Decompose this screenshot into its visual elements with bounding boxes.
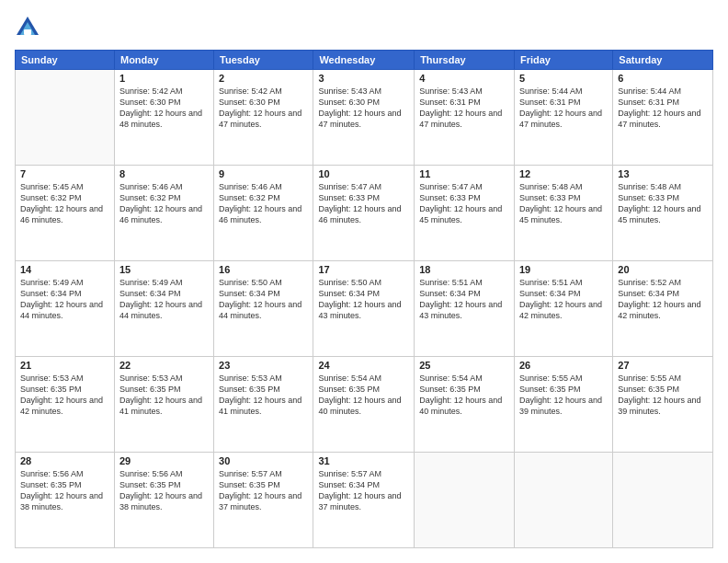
day-cell: 20Sunrise: 5:52 AMSunset: 6:34 PMDayligh… — [613, 261, 713, 357]
day-number: 24 — [318, 360, 409, 371]
day-cell: 14Sunrise: 5:49 AMSunset: 6:34 PMDayligh… — [16, 261, 115, 357]
day-number: 7 — [20, 168, 109, 179]
header — [15, 15, 713, 40]
day-number: 28 — [20, 455, 109, 466]
day-info: Sunrise: 5:45 AMSunset: 6:32 PMDaylight:… — [20, 181, 109, 226]
day-info: Sunrise: 5:50 AMSunset: 6:34 PMDaylight:… — [318, 277, 409, 322]
day-number: 18 — [419, 264, 509, 275]
day-info: Sunrise: 5:46 AMSunset: 6:32 PMDaylight:… — [119, 181, 209, 226]
day-number: 22 — [119, 360, 209, 371]
day-info: Sunrise: 5:50 AMSunset: 6:34 PMDaylight:… — [219, 277, 308, 322]
day-cell — [613, 453, 713, 548]
day-number: 3 — [318, 73, 409, 84]
day-cell: 7Sunrise: 5:45 AMSunset: 6:32 PMDaylight… — [16, 166, 115, 261]
day-info: Sunrise: 5:47 AMSunset: 6:33 PMDaylight:… — [419, 181, 509, 226]
day-info: Sunrise: 5:43 AMSunset: 6:31 PMDaylight:… — [419, 86, 509, 131]
day-info: Sunrise: 5:56 AMSunset: 6:35 PMDaylight:… — [119, 468, 209, 513]
day-number: 25 — [419, 360, 509, 371]
logo-icon — [15, 15, 40, 40]
day-cell: 11Sunrise: 5:47 AMSunset: 6:33 PMDayligh… — [415, 166, 515, 261]
day-number: 11 — [419, 168, 509, 179]
day-number: 17 — [318, 264, 409, 275]
day-cell: 27Sunrise: 5:55 AMSunset: 6:35 PMDayligh… — [613, 357, 713, 453]
day-cell: 19Sunrise: 5:51 AMSunset: 6:34 PMDayligh… — [514, 261, 612, 357]
day-cell: 22Sunrise: 5:53 AMSunset: 6:35 PMDayligh… — [114, 357, 213, 453]
day-info: Sunrise: 5:57 AMSunset: 6:35 PMDaylight:… — [219, 468, 308, 513]
day-info: Sunrise: 5:55 AMSunset: 6:35 PMDaylight:… — [618, 373, 708, 418]
day-info: Sunrise: 5:42 AMSunset: 6:30 PMDaylight:… — [119, 86, 209, 131]
page: SundayMondayTuesdayWednesdayThursdayFrid… — [0, 0, 728, 563]
day-info: Sunrise: 5:49 AMSunset: 6:34 PMDaylight:… — [119, 277, 209, 322]
week-row-3: 21Sunrise: 5:53 AMSunset: 6:35 PMDayligh… — [16, 357, 713, 453]
day-number: 4 — [419, 73, 509, 84]
day-number: 1 — [119, 73, 209, 84]
day-cell: 4Sunrise: 5:43 AMSunset: 6:31 PMDaylight… — [415, 70, 515, 166]
day-cell: 2Sunrise: 5:42 AMSunset: 6:30 PMDaylight… — [214, 70, 313, 166]
day-number: 2 — [219, 73, 308, 84]
svg-rect-2 — [24, 29, 31, 35]
day-cell — [514, 453, 612, 548]
day-number: 23 — [219, 360, 308, 371]
day-cell: 9Sunrise: 5:46 AMSunset: 6:32 PMDaylight… — [214, 166, 313, 261]
day-number: 14 — [20, 264, 109, 275]
day-cell: 30Sunrise: 5:57 AMSunset: 6:35 PMDayligh… — [214, 453, 313, 548]
day-number: 8 — [119, 168, 209, 179]
day-cell: 21Sunrise: 5:53 AMSunset: 6:35 PMDayligh… — [16, 357, 115, 453]
week-row-2: 14Sunrise: 5:49 AMSunset: 6:34 PMDayligh… — [16, 261, 713, 357]
day-number: 10 — [318, 168, 409, 179]
calendar-table: SundayMondayTuesdayWednesdayThursdayFrid… — [15, 50, 713, 548]
day-number: 29 — [119, 455, 209, 466]
day-number: 16 — [219, 264, 308, 275]
day-cell: 18Sunrise: 5:51 AMSunset: 6:34 PMDayligh… — [415, 261, 515, 357]
day-info: Sunrise: 5:48 AMSunset: 6:33 PMDaylight:… — [519, 181, 608, 226]
day-number: 30 — [219, 455, 308, 466]
day-cell: 3Sunrise: 5:43 AMSunset: 6:30 PMDaylight… — [313, 70, 415, 166]
day-number: 20 — [618, 264, 708, 275]
day-cell: 12Sunrise: 5:48 AMSunset: 6:33 PMDayligh… — [514, 166, 612, 261]
day-info: Sunrise: 5:44 AMSunset: 6:31 PMDaylight:… — [618, 86, 708, 131]
day-cell: 1Sunrise: 5:42 AMSunset: 6:30 PMDaylight… — [114, 70, 213, 166]
day-number: 26 — [519, 360, 608, 371]
day-number: 21 — [20, 360, 109, 371]
day-info: Sunrise: 5:49 AMSunset: 6:34 PMDaylight:… — [20, 277, 109, 322]
day-number: 13 — [618, 168, 708, 179]
day-info: Sunrise: 5:53 AMSunset: 6:35 PMDaylight:… — [119, 373, 209, 418]
day-cell — [415, 453, 515, 548]
day-header-sunday: Sunday — [16, 51, 115, 70]
day-cell: 13Sunrise: 5:48 AMSunset: 6:33 PMDayligh… — [613, 166, 713, 261]
header-row: SundayMondayTuesdayWednesdayThursdayFrid… — [16, 51, 713, 70]
day-cell — [16, 70, 115, 166]
day-info: Sunrise: 5:56 AMSunset: 6:35 PMDaylight:… — [20, 468, 109, 513]
day-cell: 31Sunrise: 5:57 AMSunset: 6:34 PMDayligh… — [313, 453, 415, 548]
day-info: Sunrise: 5:42 AMSunset: 6:30 PMDaylight:… — [219, 86, 308, 131]
day-header-saturday: Saturday — [613, 51, 713, 70]
day-header-wednesday: Wednesday — [313, 51, 415, 70]
day-header-tuesday: Tuesday — [214, 51, 313, 70]
day-cell: 28Sunrise: 5:56 AMSunset: 6:35 PMDayligh… — [16, 453, 115, 548]
day-info: Sunrise: 5:51 AMSunset: 6:34 PMDaylight:… — [519, 277, 608, 322]
day-info: Sunrise: 5:55 AMSunset: 6:35 PMDaylight:… — [519, 373, 608, 418]
day-cell: 24Sunrise: 5:54 AMSunset: 6:35 PMDayligh… — [313, 357, 415, 453]
day-info: Sunrise: 5:54 AMSunset: 6:35 PMDaylight:… — [318, 373, 409, 418]
day-cell: 26Sunrise: 5:55 AMSunset: 6:35 PMDayligh… — [514, 357, 612, 453]
day-info: Sunrise: 5:54 AMSunset: 6:35 PMDaylight:… — [419, 373, 509, 418]
day-number: 6 — [618, 73, 708, 84]
day-info: Sunrise: 5:53 AMSunset: 6:35 PMDaylight:… — [20, 373, 109, 418]
day-cell: 8Sunrise: 5:46 AMSunset: 6:32 PMDaylight… — [114, 166, 213, 261]
day-info: Sunrise: 5:47 AMSunset: 6:33 PMDaylight:… — [318, 181, 409, 226]
logo — [15, 15, 44, 40]
day-info: Sunrise: 5:53 AMSunset: 6:35 PMDaylight:… — [219, 373, 308, 418]
day-cell: 17Sunrise: 5:50 AMSunset: 6:34 PMDayligh… — [313, 261, 415, 357]
week-row-0: 1Sunrise: 5:42 AMSunset: 6:30 PMDaylight… — [16, 70, 713, 166]
day-cell: 23Sunrise: 5:53 AMSunset: 6:35 PMDayligh… — [214, 357, 313, 453]
day-number: 31 — [318, 455, 409, 466]
day-info: Sunrise: 5:46 AMSunset: 6:32 PMDaylight:… — [219, 181, 308, 226]
week-row-1: 7Sunrise: 5:45 AMSunset: 6:32 PMDaylight… — [16, 166, 713, 261]
day-number: 19 — [519, 264, 608, 275]
day-info: Sunrise: 5:51 AMSunset: 6:34 PMDaylight:… — [419, 277, 509, 322]
day-cell: 15Sunrise: 5:49 AMSunset: 6:34 PMDayligh… — [114, 261, 213, 357]
day-cell: 10Sunrise: 5:47 AMSunset: 6:33 PMDayligh… — [313, 166, 415, 261]
day-header-friday: Friday — [514, 51, 612, 70]
day-cell: 5Sunrise: 5:44 AMSunset: 6:31 PMDaylight… — [514, 70, 612, 166]
day-number: 5 — [519, 73, 608, 84]
